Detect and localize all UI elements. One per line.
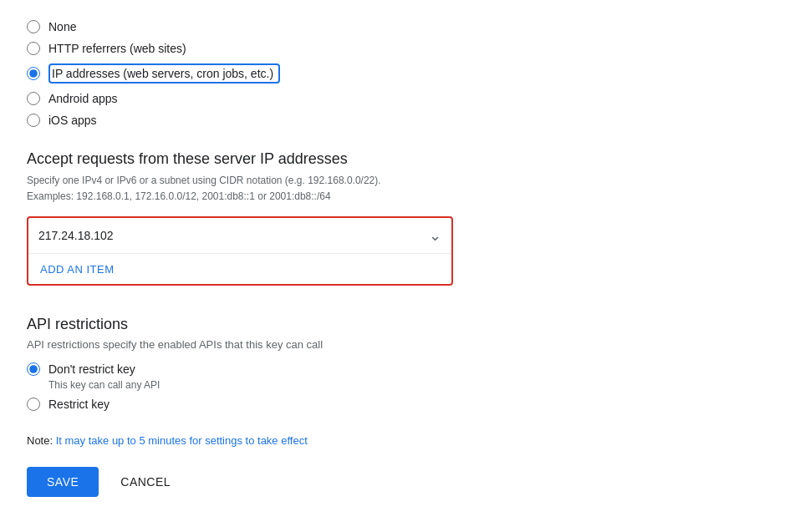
radio-restrict-label: Restrict key bbox=[48, 398, 110, 411]
api-restrictions-section: API restrictions API restrictions specif… bbox=[27, 316, 783, 411]
radio-android[interactable]: Android apps bbox=[27, 92, 783, 105]
note-prefix: Note: bbox=[27, 434, 56, 447]
radio-android-label: Android apps bbox=[48, 92, 118, 105]
radio-ios[interactable]: iOS apps bbox=[27, 114, 783, 127]
ip-section-desc: Specify one IPv4 or IPv6 or a subnet usi… bbox=[27, 173, 783, 205]
cancel-button[interactable]: CANCEL bbox=[109, 469, 182, 495]
dont-restrict-sublabel: This key can call any API bbox=[48, 379, 783, 391]
radio-none[interactable]: None bbox=[27, 20, 783, 33]
radio-dont-restrict-label: Don't restrict key bbox=[48, 362, 135, 376]
radio-ip[interactable]: IP addresses (web servers, cron jobs, et… bbox=[27, 63, 783, 84]
ip-input-container: 217.24.18.102 ⌄ ADD AN ITEM bbox=[27, 216, 453, 286]
api-section-title: API restrictions bbox=[27, 316, 783, 333]
ip-desc-line1: Specify one IPv4 or IPv6 or a subnet usi… bbox=[27, 173, 783, 189]
radio-http[interactable]: HTTP referrers (web sites) bbox=[27, 42, 783, 55]
radio-none-label: None bbox=[48, 20, 76, 33]
chevron-down-icon[interactable]: ⌄ bbox=[429, 226, 441, 245]
add-item-row: ADD AN ITEM bbox=[28, 254, 451, 284]
ip-desc-line2: Examples: 192.168.0.1, 172.16.0.0/12, 20… bbox=[27, 189, 783, 205]
add-item-button[interactable]: ADD AN ITEM bbox=[40, 263, 115, 276]
radio-ios-label: iOS apps bbox=[48, 114, 97, 127]
radio-ip-label: IP addresses (web servers, cron jobs, et… bbox=[52, 67, 273, 80]
restriction-type-group: None HTTP referrers (web sites) IP addre… bbox=[27, 20, 783, 127]
api-section-desc: API restrictions specify the enabled API… bbox=[27, 338, 783, 351]
note-section: Note: It may take up to 5 minutes for se… bbox=[27, 434, 783, 447]
radio-restrict[interactable]: Restrict key bbox=[27, 398, 783, 411]
note-text: It may take up to 5 minutes for settings… bbox=[56, 434, 308, 447]
ip-section-title: Accept requests from these server IP add… bbox=[27, 150, 783, 168]
ip-input-row[interactable]: 217.24.18.102 ⌄ bbox=[28, 218, 451, 254]
radio-http-label: HTTP referrers (web sites) bbox=[48, 42, 186, 55]
radio-dont-restrict[interactable]: Don't restrict key bbox=[27, 362, 783, 376]
save-button[interactable]: SAVE bbox=[27, 467, 99, 497]
action-buttons: SAVE CANCEL bbox=[27, 467, 783, 497]
ip-input-value: 217.24.18.102 bbox=[38, 229, 429, 242]
ip-address-section: Accept requests from these server IP add… bbox=[27, 150, 783, 286]
